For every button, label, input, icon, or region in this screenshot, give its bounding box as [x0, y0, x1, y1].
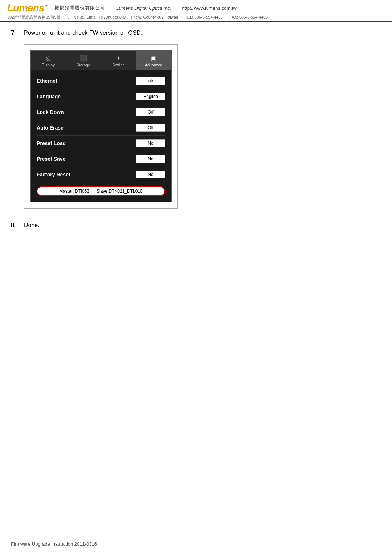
menu-value-ethernet[interactable]: Enter	[136, 77, 165, 85]
osd-container: ◎ Display ⬛ Storage ✦ Setting ▣ Advanced	[24, 44, 178, 209]
menu-value-lockdown[interactable]: Off	[136, 108, 165, 116]
menu-value-language[interactable]: English	[136, 93, 165, 100]
tab-advanced-label: Advanced	[145, 63, 163, 67]
menu-value-factoryreset[interactable]: No	[136, 171, 165, 178]
step-8-text: Done.	[24, 222, 40, 229]
step-7-text: Power on unit and check FW version on OS…	[24, 29, 142, 37]
page-footer: Firmware Upgrade Instruction 2011-0316	[11, 541, 97, 547]
main-content: 7 Power on unit and check FW version on …	[0, 22, 392, 244]
tab-setting[interactable]: ✦ Setting	[101, 51, 136, 70]
address-english: 5F, No.35, Sintai Rd., Jhubei City, Hsin…	[67, 15, 178, 19]
menu-label-lockdown: Lock Down	[37, 109, 64, 115]
step-7: 7 Power on unit and check FW version on …	[11, 29, 381, 37]
storage-icon: ⬛	[80, 55, 87, 62]
menu-row-factoryreset: Factory Reset No	[37, 167, 165, 182]
menu-row-language: Language English	[37, 89, 165, 104]
footer-text: Firmware Upgrade Instruction 2011-0316	[11, 541, 97, 547]
page-header: Lumens™ 捷揚光電股份有限公司 Lumens Digital Optics…	[0, 0, 392, 22]
osd-tab-bar: ◎ Display ⬛ Storage ✦ Setting ▣ Advanced	[31, 51, 171, 70]
logo-text: Lumens	[7, 2, 44, 13]
menu-value-autoerase[interactable]: Off	[136, 124, 165, 132]
status-master: Master: DTI053	[59, 189, 89, 194]
menu-value-presetsave[interactable]: No	[136, 155, 165, 163]
tab-display[interactable]: ◎ Display	[31, 51, 66, 70]
logo: Lumens™	[7, 2, 47, 14]
step-7-number: 7	[11, 29, 18, 37]
osd-menu: Ethernet Enter Language English Lock Dow…	[31, 70, 171, 182]
tab-advanced[interactable]: ▣ Advanced	[136, 51, 171, 70]
tab-storage[interactable]: ⬛ Storage	[66, 51, 101, 70]
tab-storage-label: Storage	[76, 63, 90, 67]
menu-row-lockdown: Lock Down Off	[37, 104, 165, 120]
menu-label-autoerase: Auto Erase	[37, 125, 64, 131]
step-8: 8 Done.	[11, 222, 381, 229]
menu-label-presetsave: Preset Save	[37, 156, 65, 162]
menu-label-language: Language	[37, 94, 61, 99]
step-8-number: 8	[11, 222, 18, 229]
status-slave: Slave:DTK021_DTL010	[97, 189, 143, 194]
phone-number: TEL: 886-3-554-4466	[185, 15, 223, 19]
fax-number: FAX: 886-3-554-4465	[229, 15, 268, 19]
menu-label-presetload: Preset Load	[37, 140, 66, 146]
menu-label-ethernet: Ethernet	[37, 78, 57, 84]
menu-row-presetload: Preset Load No	[37, 136, 165, 151]
advanced-icon: ▣	[151, 55, 156, 62]
menu-row-ethernet: Ethernet Enter	[37, 73, 165, 89]
company-chinese: 捷揚光電股份有限公司	[54, 5, 105, 11]
display-icon: ◎	[46, 55, 51, 62]
menu-label-factoryreset: Factory Reset	[37, 172, 70, 177]
company-website: http://www.lumens.com.tw	[182, 5, 236, 11]
company-address: 302新竹縣北市新泰路35號5樓 5F, No.35, Sintai Rd., …	[7, 15, 385, 20]
osd-status-bar: Master: DTI053 Slave:DTK021_DTL010	[37, 186, 165, 196]
address-chinese: 302新竹縣北市新泰路35號5樓	[7, 15, 61, 19]
menu-row-presetsave: Preset Save No	[37, 151, 165, 167]
company-english: Lumens Digital Optics Inc.	[116, 5, 171, 11]
menu-value-presetload[interactable]: No	[136, 139, 165, 147]
osd-screen: ◎ Display ⬛ Storage ✦ Setting ▣ Advanced	[30, 50, 172, 202]
tab-setting-label: Setting	[112, 63, 124, 67]
setting-icon: ✦	[116, 55, 121, 62]
tab-display-label: Display	[42, 63, 55, 67]
logo-tm: ™	[44, 4, 47, 8]
menu-row-autoerase: Auto Erase Off	[37, 120, 165, 136]
